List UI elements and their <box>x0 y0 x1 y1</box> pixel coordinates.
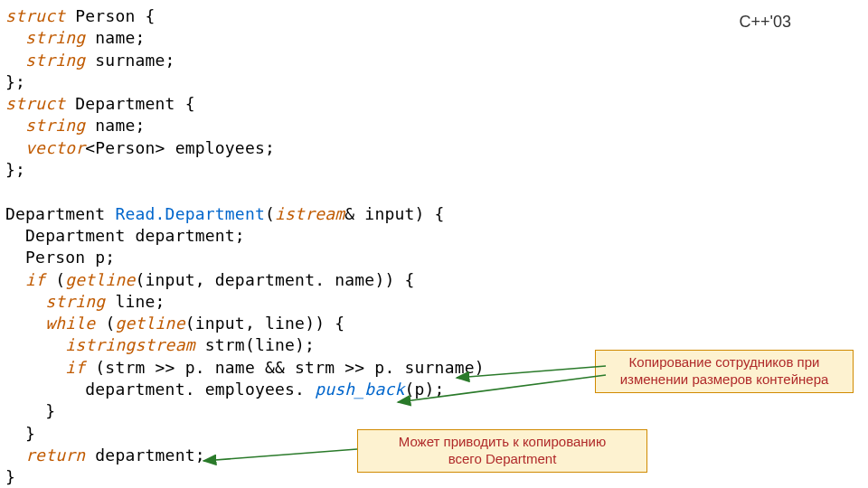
code-token: (input, department. name)) { <box>136 270 415 289</box>
code-token: string <box>5 28 85 47</box>
code-token: name; <box>85 28 145 47</box>
code-token: getline <box>115 314 184 333</box>
version-label: C++'03 <box>740 13 791 32</box>
annotation-text: Копирование сотрудников при изменении ра… <box>620 354 829 387</box>
code-token: ( <box>265 204 275 223</box>
annotation-copy-employees: Копирование сотрудников при изменении ра… <box>595 350 854 393</box>
code-token: push_back <box>315 380 404 399</box>
code-token: string <box>5 51 85 70</box>
code-token: Department <box>5 204 115 223</box>
code-token: (input, line)) { <box>185 314 345 333</box>
code-block: struct Person { string name; string surn… <box>5 5 485 488</box>
code-token: Read.Department <box>115 204 265 223</box>
code-token: ( <box>95 314 115 333</box>
code-token: string <box>5 292 105 311</box>
code-token: if <box>5 270 45 289</box>
code-token: name; <box>85 116 145 135</box>
code-token: <Person> employees; <box>85 138 275 157</box>
code-token: }; <box>5 160 25 179</box>
code-token: Department { <box>65 94 194 113</box>
code-token: struct <box>5 6 65 25</box>
code-token: getline <box>65 270 135 289</box>
code-token: department; <box>85 446 204 465</box>
code-token: istringstream <box>5 335 195 354</box>
code-token: surname; <box>85 51 175 70</box>
code-token: } <box>5 467 15 486</box>
code-token: return <box>5 446 85 465</box>
code-token: struct <box>5 94 65 113</box>
code-token: istream <box>275 204 344 223</box>
code-token: & input) { <box>344 204 444 223</box>
code-token: string <box>5 116 85 135</box>
annotation-copy-department: Может приводить к копированию всего Depa… <box>357 429 647 473</box>
code-token: }; <box>5 72 25 91</box>
code-token: if <box>5 358 85 377</box>
code-token: } <box>5 401 55 420</box>
code-token: } <box>5 424 35 443</box>
code-token: line; <box>105 292 165 311</box>
code-token: Person { <box>65 6 155 25</box>
code-token: department. employees. <box>5 380 315 399</box>
code-token: ( <box>45 270 65 289</box>
code-token: (p); <box>405 380 445 399</box>
annotation-text: Может приводить к копированию <box>399 434 606 449</box>
code-token: while <box>5 314 95 333</box>
code-token: (strm >> p. name && strm >> p. surname) <box>85 358 484 377</box>
code-token: Person p; <box>5 248 115 267</box>
annotation-text: всего Department <box>448 451 557 466</box>
code-token: strm(line); <box>195 335 315 354</box>
code-token: Department department; <box>5 226 245 245</box>
code-token: vector <box>5 138 85 157</box>
